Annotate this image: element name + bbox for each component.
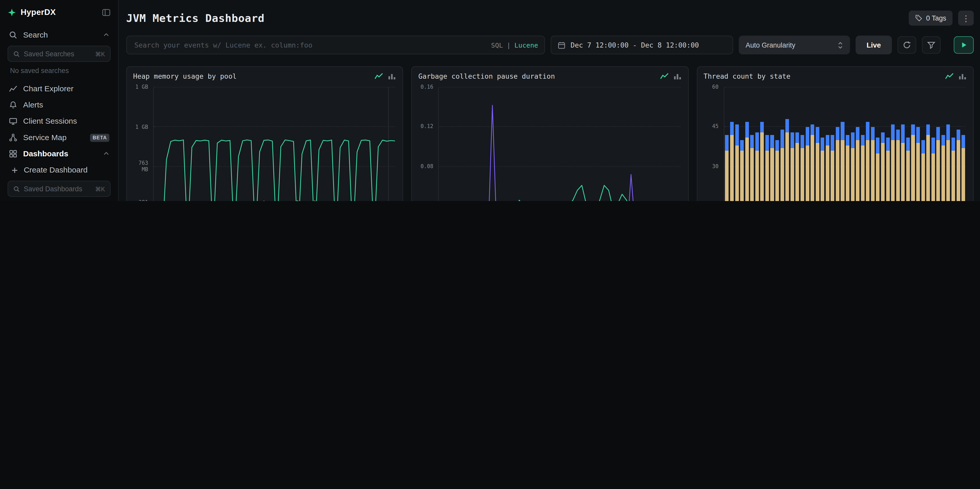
plus-icon (11, 167, 18, 174)
monitor-icon (9, 117, 18, 126)
search-icon (13, 185, 20, 192)
tags-button[interactable]: 0 Tags (908, 11, 953, 25)
time-range-value: Dec 7 12:00:00 - Dec 8 12:00:00 (571, 41, 699, 49)
gc-pause-chart[interactable]: 0.160.120.080.040Dec 7 12:00:00 PM10:30:… (418, 86, 683, 201)
sidebar-item-label: Search (23, 30, 97, 39)
select-chevrons-icon (838, 41, 843, 49)
saved-searches-placeholder: Saved Searches (24, 50, 91, 57)
y-axis-label: 0.16 (418, 84, 433, 91)
beta-badge: BETA (90, 134, 110, 142)
sidebar-item-chart-explorer[interactable]: Chart Explorer (6, 81, 112, 97)
grid-icon (9, 150, 18, 158)
thread-count-chart[interactable]: 604530150Dec 7 12:00:00 PM10:30:00 PM11:… (704, 86, 968, 201)
chart-panel-heap-memory: Heap memory usage by pool 1 GB1 GB763 MB… (126, 66, 403, 201)
live-button[interactable]: Live (856, 36, 892, 54)
saved-dashboards-placeholder: Saved Dashboards (24, 185, 91, 193)
granularity-value: Auto Granularity (746, 41, 795, 49)
app-logo-text: HyperDX (21, 8, 97, 17)
plot-region[interactable] (724, 88, 966, 201)
tag-icon (915, 14, 923, 22)
refresh-icon (903, 41, 912, 49)
chart-panel-gc-pause: Garbage collection pause duration 0.160.… (411, 66, 689, 201)
bell-icon (9, 100, 18, 109)
y-axis-label: 1 GB (133, 124, 148, 130)
toolbar: SQL | Lucene Dec 7 12:00:00 - Dec 8 12:0… (126, 36, 974, 54)
saved-dashboards-input[interactable]: Saved Dashboards ⌘K (8, 181, 111, 197)
main-content: JVM Metrics Dashboard 0 Tags ⋮ SQL | Luc… (119, 0, 980, 201)
time-range-picker[interactable]: Dec 7 12:00:00 - Dec 8 12:00:00 (550, 36, 733, 54)
run-query-button[interactable] (954, 36, 974, 54)
play-icon (960, 41, 967, 49)
shortcut-badge: ⌘K (95, 50, 105, 57)
sidebar: HyperDX Search Saved Searches ⌘K No save… (0, 0, 119, 201)
panel-title: Garbage collection pause duration (418, 73, 555, 81)
line-chart-icon[interactable] (375, 73, 383, 80)
dashboard-header: JVM Metrics Dashboard 0 Tags ⋮ (126, 9, 974, 27)
y-axis: 0.160.120.080.040 (418, 88, 436, 201)
page-title: JVM Metrics Dashboard (126, 12, 264, 24)
event-search-bar[interactable]: SQL | Lucene (126, 36, 545, 54)
bar-chart-icon[interactable] (673, 73, 681, 80)
sidebar-collapse-icon[interactable] (102, 8, 111, 16)
saved-searches-input[interactable]: Saved Searches ⌘K (8, 46, 111, 62)
y-axis-label: 763 MB (133, 161, 148, 172)
plot-region[interactable] (153, 88, 395, 201)
line-chart-icon[interactable] (660, 73, 668, 80)
chevron-up-icon (103, 32, 109, 38)
sidebar-item-label: Service Map (23, 133, 84, 142)
sidebar-item-label: Client Sessions (23, 117, 109, 126)
sql-option[interactable]: SQL (491, 41, 503, 49)
y-axis-label: 60 (704, 84, 719, 91)
lucene-option[interactable]: Lucene (514, 41, 538, 49)
y-axis-label: 45 (704, 124, 719, 130)
logo-row: HyperDX (6, 6, 112, 27)
calendar-icon (558, 41, 566, 49)
sidebar-item-label: Dashboards (23, 150, 97, 158)
y-axis-label: 381 MB (133, 200, 148, 201)
sidebar-item-dashboards[interactable]: Dashboards (6, 145, 112, 162)
charts-grid: Heap memory usage by pool 1 GB1 GB763 MB… (126, 66, 974, 201)
filter-button[interactable] (922, 36, 941, 54)
sidebar-item-client-sessions[interactable]: Client Sessions (6, 113, 112, 129)
more-menu-button[interactable]: ⋮ (958, 11, 974, 25)
chart-canvas[interactable] (439, 88, 680, 201)
refresh-button[interactable] (897, 36, 916, 54)
search-input[interactable] (133, 40, 486, 49)
panel-title: Thread count by state (704, 73, 791, 81)
plot-region[interactable] (438, 88, 681, 201)
y-axis-label: 0.12 (418, 124, 433, 130)
tags-label: 0 Tags (926, 14, 946, 22)
sidebar-item-alerts[interactable]: Alerts (6, 97, 112, 113)
y-axis: 604530150 (704, 88, 721, 201)
chart-canvas[interactable] (724, 88, 966, 201)
create-dashboard-label: Create Dashboard (24, 166, 109, 174)
granularity-select[interactable]: Auto Granularity (739, 36, 850, 54)
no-saved-searches-note: No saved searches (6, 65, 112, 80)
kebab-icon: ⋮ (962, 13, 970, 22)
y-axis-label: 30 (704, 164, 719, 170)
divider: | (507, 41, 511, 49)
sidebar-item-service-map[interactable]: Service Map BETA (6, 129, 112, 145)
chart-line-icon (9, 84, 18, 93)
bar-chart-icon[interactable] (388, 73, 396, 80)
chart-panel-thread-count: Thread count by state 604530150Dec 7 12:… (697, 66, 974, 201)
search-icon (13, 50, 20, 57)
shortcut-badge: ⌘K (95, 185, 105, 192)
bar-chart-icon[interactable] (958, 73, 967, 80)
chart-canvas[interactable] (154, 88, 395, 201)
service-map-icon (9, 133, 18, 142)
sidebar-item-label: Alerts (23, 100, 109, 109)
panel-title: Heap memory usage by pool (133, 73, 237, 81)
y-axis: 1 GB1 GB763 MB381 MB0 B (133, 88, 151, 201)
sidebar-item-label: Chart Explorer (23, 84, 109, 93)
saved-dashboards-section[interactable]: SAVED DASHBOARDS (6, 201, 112, 201)
filter-icon (927, 41, 935, 49)
create-dashboard-button[interactable]: Create Dashboard (6, 162, 112, 178)
line-chart-icon[interactable] (945, 73, 954, 80)
search-icon (9, 30, 18, 39)
heap-memory-chart[interactable]: 1 GB1 GB763 MB381 MB0 BDec 7 12:00:00 PM… (133, 86, 398, 201)
sidebar-item-search[interactable]: Search (6, 27, 112, 43)
query-language-toggle[interactable]: SQL | Lucene (491, 41, 538, 49)
chevron-up-icon (103, 151, 109, 157)
y-axis-label: 1 GB (133, 84, 148, 91)
